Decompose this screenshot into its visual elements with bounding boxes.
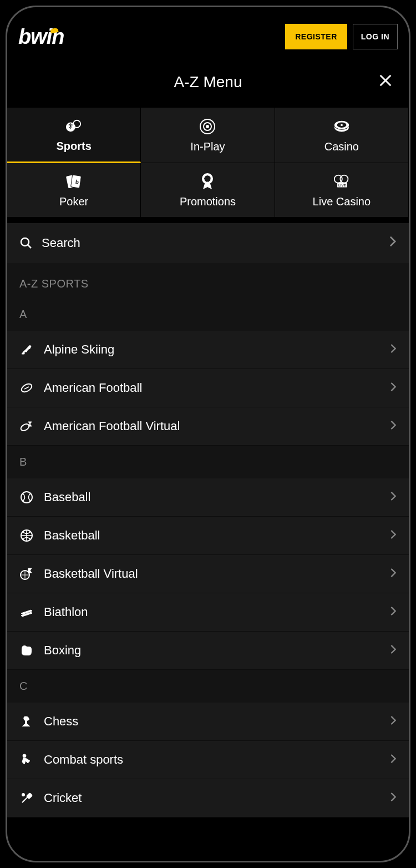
letter-header-a: A [7,298,409,331]
logo[interactable]: bwin [18,25,64,49]
american-football-icon [19,381,34,395]
svg-point-19 [340,175,348,183]
chevron-right-icon [390,380,397,396]
letter-header-b: B [7,446,409,478]
menu-title: A-Z Menu [174,73,242,91]
chess-icon [19,714,34,729]
tab-poker[interactable]: b Poker [7,163,141,218]
close-icon [378,73,393,88]
sport-item-baseball[interactable]: Baseball [7,478,409,517]
tab-in-play[interactable]: In-Play [141,108,275,163]
tab-label: Promotions [180,195,236,208]
combat-sports-icon [19,753,34,767]
boxing-icon [19,643,34,658]
sports-list: A Alpine Skiing American Football Americ… [7,298,409,817]
sport-name: Basketball Virtual [44,567,380,581]
search-icon [19,236,33,250]
sport-name: American Football Virtual [44,419,380,433]
sport-name: American Football [44,381,380,395]
sport-item-alpine-skiing[interactable]: Alpine Skiing [7,331,409,369]
tab-promotions[interactable]: Promotions [141,163,275,218]
chevron-right-icon [390,566,397,582]
svg-point-6 [206,125,209,128]
chevron-right-icon [390,790,397,806]
sport-name: Baseball [44,490,380,504]
login-button[interactable]: LOG IN [353,24,398,49]
svg-point-34 [23,647,25,649]
svg-line-25 [24,387,29,389]
sport-item-boxing[interactable]: Boxing [7,632,409,670]
poker-icon: b [65,173,82,190]
chevron-right-icon [390,752,397,768]
section-title: A-Z SPORTS [7,263,409,298]
sport-item-chess[interactable]: Chess [7,703,409,741]
svg-point-35 [23,754,26,758]
tab-live-casino[interactable]: LIVE Live Casino [275,163,409,218]
close-button[interactable] [378,72,393,93]
tab-casino[interactable]: Casino [275,108,409,163]
sport-item-biathlon[interactable]: Biathlon [7,593,409,632]
sport-name: Boxing [44,643,380,658]
svg-point-26 [20,423,31,432]
basketball-virtual-icon [19,567,34,581]
chevron-right-icon [389,235,397,251]
svg-line-23 [28,245,31,248]
search-row[interactable]: Search [7,223,409,263]
svg-point-38 [22,794,24,796]
tab-sports[interactable]: Sports [7,108,141,163]
tab-label: Live Casino [313,195,371,208]
inplay-icon [199,118,216,135]
register-button[interactable]: REGISTER [285,24,347,49]
sport-item-basketball[interactable]: Basketball [7,517,409,555]
sports-icon [65,118,82,134]
sport-name: Chess [44,714,380,729]
tab-label: In-Play [190,140,225,153]
letter-header-c: C [7,670,409,703]
cricket-icon [19,791,34,805]
basketball-icon [19,528,34,543]
sport-item-american-football-virtual[interactable]: American Football Virtual [7,407,409,446]
baseball-icon [19,490,34,504]
alpine-skiing-icon [19,342,34,357]
sport-item-combat-sports[interactable]: Combat sports [7,741,409,779]
sport-item-basketball-virtual[interactable]: Basketball Virtual [7,555,409,593]
promotions-icon [199,173,216,190]
svg-rect-37 [27,793,32,799]
live-casino-icon: LIVE [333,173,350,190]
biathlon-icon [19,605,34,619]
svg-point-22 [21,238,29,246]
search-label: Search [42,236,380,250]
sport-item-cricket[interactable]: Cricket [7,779,409,817]
sport-name: Biathlon [44,605,380,619]
chevron-right-icon [390,714,397,729]
chevron-right-icon [390,489,397,505]
svg-point-11 [341,124,343,126]
svg-text:LIVE: LIVE [338,183,346,187]
sport-name: Combat sports [44,753,380,767]
menu-header: A-Z Menu [7,59,409,108]
chevron-right-icon [390,643,397,658]
tab-label: Poker [59,195,88,208]
header-buttons: REGISTER LOG IN [285,24,398,49]
svg-point-3 [73,120,80,128]
tabs-grid: Sports In-Play Casino b Poker Promotions… [7,108,409,218]
chevron-right-icon [390,528,397,543]
sport-item-american-football[interactable]: American Football [7,369,409,407]
american-football-virtual-icon [19,419,34,433]
casino-icon [333,118,350,135]
chevron-right-icon [390,604,397,620]
chevron-right-icon [390,418,397,434]
tab-label: Casino [324,140,359,153]
sport-name: Basketball [44,528,380,543]
tab-label: Sports [56,140,91,153]
sport-name: Cricket [44,791,380,805]
chevron-right-icon [390,342,397,357]
sport-name: Alpine Skiing [44,342,380,357]
